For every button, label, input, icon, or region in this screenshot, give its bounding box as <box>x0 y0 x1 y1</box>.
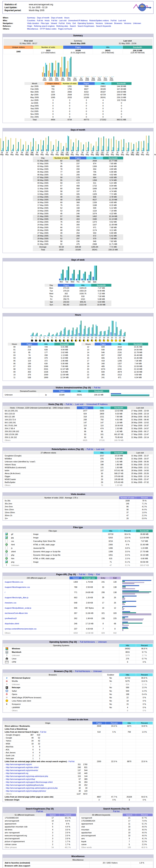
menu-link-days-of-month[interactable]: Days of month <box>37 16 49 19</box>
link-support-files-images-amc-css[interactable]: /support-files/images/amc.css <box>5 586 30 588</box>
menu-link-versions[interactable]: Versions <box>96 22 103 25</box>
cell <box>121 611 153 616</box>
menu-link-pages-not-found[interactable]: Pages not found <box>58 27 72 30</box>
cell[interactable]: /support-files/images/amc.css <box>3 585 69 590</box>
link-ym-feed-rss2[interactable]: /ym/feed/rss2/ <box>5 617 17 619</box>
menu-link-robots-spiders-visitors[interactable]: Robots/Spiders visitors <box>89 19 109 22</box>
link-new-amc-css[interactable]: /new/amc.css <box>5 602 16 604</box>
menu-link-operating-systems[interactable]: Operating Systems <box>77 22 94 25</box>
link-last-visit[interactable]: Last visit <box>96 448 104 451</box>
menu-link-search-keywords[interactable]: Search Keywords <box>96 25 111 27</box>
menu-link-unknown[interactable]: Unknown <box>133 22 141 25</box>
link-full-list[interactable]: Full list <box>87 448 93 451</box>
menu-link-full-list[interactable]: Full list <box>59 22 65 25</box>
chart-group: 02May <box>0 135 4 156</box>
menu-link-unknown[interactable]: Unknown <box>104 22 113 25</box>
menu-link-full-list[interactable]: Full list <box>51 19 57 22</box>
link-ym-wp-content-themes-amc-style-css[interactable]: /ym/wp-content/themes/amc/style.css <box>5 628 36 630</box>
link-full-list[interactable]: Full list <box>66 403 72 406</box>
cell: 77 <box>53 170 70 173</box>
link-support-files-pulldown-script-js[interactable]: /support-files/pulldown_script.js <box>5 607 31 609</box>
cell: Sun <box>45 303 58 306</box>
menu-link-search[interactable]: Search <box>70 25 76 27</box>
menu-link-versions[interactable]: Versions <box>124 22 131 25</box>
cell[interactable]: /trips/index.shtml <box>3 621 69 626</box>
menu-link-miscellanous[interactable]: Miscellanous <box>27 27 38 30</box>
col-duration: Number of visits: 2033 - Average: 175 s <box>3 496 119 499</box>
menu-link-unresolved-ip-address[interactable]: Unresolved IP Address <box>68 19 88 22</box>
link-full-list[interactable]: Full list <box>68 761 74 763</box>
cell[interactable]: /ym/wp-content/themes/amc/style.css <box>3 626 69 631</box>
bandwidth-bar <box>76 76 77 77</box>
link-full-list[interactable]: Full list <box>40 731 46 733</box>
menu-link-summary[interactable]: Summary <box>27 16 35 19</box>
menu-link-http-status-codes[interactable]: HTTP Status codes <box>40 27 57 30</box>
cell[interactable]: /support-files/amc.css <box>3 579 69 585</box>
hbar <box>122 630 123 631</box>
link-full-list[interactable]: Full list <box>94 386 100 389</box>
menu-link-visits-duration[interactable]: Visits duration <box>27 22 39 25</box>
cell[interactable]: /ym/feed/rss2/ <box>3 616 69 621</box>
cell: picture of appeasement <box>3 840 46 843</box>
link-archieves-cork-album-htm[interactable]: /archieves/Cork-Album.htm <box>5 612 28 614</box>
summary-metrics: Unique visitors Number of visits Pages H… <box>3 45 153 54</box>
bandwidth-bar <box>64 57 65 77</box>
menu-link-last-visit[interactable]: Last visit <box>59 19 66 22</box>
link-full-list[interactable]: Full list <box>79 573 85 576</box>
menu-link-exit[interactable]: Exit <box>73 22 76 25</box>
cell[interactable]: /support-files/scripts_dtan.js <box>3 595 69 600</box>
link-full-list-versions[interactable]: Full list/Versions <box>80 641 95 643</box>
chart-group-label: 3 <box>43 337 45 339</box>
menu-link-files-type[interactable]: Files type <box>41 22 49 25</box>
menu-link-full-list[interactable]: Full list <box>111 19 117 22</box>
cell[interactable]: / <box>3 590 69 595</box>
link-full-list-versions[interactable]: Full list/Versions <box>75 670 90 673</box>
link-full-list[interactable]: Full list <box>113 810 120 813</box>
menu-link-search-keyphrases[interactable]: Search Keyphrases <box>77 25 94 27</box>
link-link[interactable]: / <box>5 591 5 593</box>
cell: 9.49 MB <box>91 289 111 292</box>
menu-link-full-list[interactable]: Full list <box>37 19 43 22</box>
menu-link-origin[interactable]: Origin <box>27 25 32 27</box>
cell: 475 <box>70 243 86 245</box>
cell: 6.66 MB <box>136 557 153 560</box>
table-row: Windows3406286.8 % <box>3 647 153 650</box>
link-unknown[interactable]: Unknown <box>98 641 107 643</box>
cell <box>92 783 106 786</box>
cell: 1066 <box>38 365 54 368</box>
hits-bar <box>113 147 113 151</box>
cell[interactable]: /archieves/Cork-Album.htm <box>3 611 69 616</box>
link-trips-index-shtml[interactable]: /trips/index.shtml <box>5 623 19 625</box>
cell[interactable]: /new/amc.css <box>3 600 69 606</box>
link-support-files-scripts-dtan-js[interactable]: /support-files/scripts_dtan.js <box>5 596 28 598</box>
menu-link-entry[interactable]: Entry <box>66 22 71 25</box>
table-row: 16665317614.36 MB <box>82 356 148 359</box>
cell: 167.38 MB <box>111 88 131 90</box>
menu-link-refering-sites[interactable]: Refering sites <box>57 25 68 27</box>
link-exit[interactable]: Exit <box>96 573 100 576</box>
cell: 31 May 2005 - 14:57 <box>127 427 153 430</box>
section-title-browsers: Browsers (Top 10) - Full list/Versions -… <box>3 670 153 673</box>
link-entry[interactable]: Entry <box>88 573 93 576</box>
menu-link-last-visit[interactable]: Last visit <box>118 19 126 22</box>
cell[interactable]: /support-files/pulldown_script.js <box>3 606 69 611</box>
menu-link-hosts[interactable]: Hosts <box>45 19 50 22</box>
menu-link-refering-search-engines[interactable]: Refering search engines <box>34 25 55 27</box>
link-last-visit[interactable]: Last visit <box>75 403 83 406</box>
chart-group: Wed <box>70 266 75 283</box>
col-hosts: Hosts : 0 Known, 1220 Unknown (unresolve… <box>3 406 77 409</box>
cell <box>131 867 153 868</box>
link-unknown[interactable]: Unknown <box>93 670 102 673</box>
table-row: Jan 20055661291769929802144.38 MB <box>25 85 131 88</box>
link-full-list[interactable]: Full list <box>36 810 43 813</box>
menu-link-hours[interactable]: Hours <box>64 16 69 19</box>
menu-link-viewed[interactable]: Viewed <box>51 22 57 25</box>
cell: 2.6 % <box>59 831 76 834</box>
cell <box>106 783 123 786</box>
cell: 158.123.56.180 <box>3 433 77 436</box>
link-support-files-amc-css[interactable]: /support-files/amc.css <box>5 581 23 583</box>
link-unresolved-ip-address[interactable]: Unresolved IP Address <box>86 403 107 406</box>
menu-link-browsers[interactable]: Browsers <box>114 22 122 25</box>
menu-link-days-of-week[interactable]: Days of week <box>51 16 63 19</box>
menu-link-countries[interactable]: Countries <box>27 19 35 22</box>
